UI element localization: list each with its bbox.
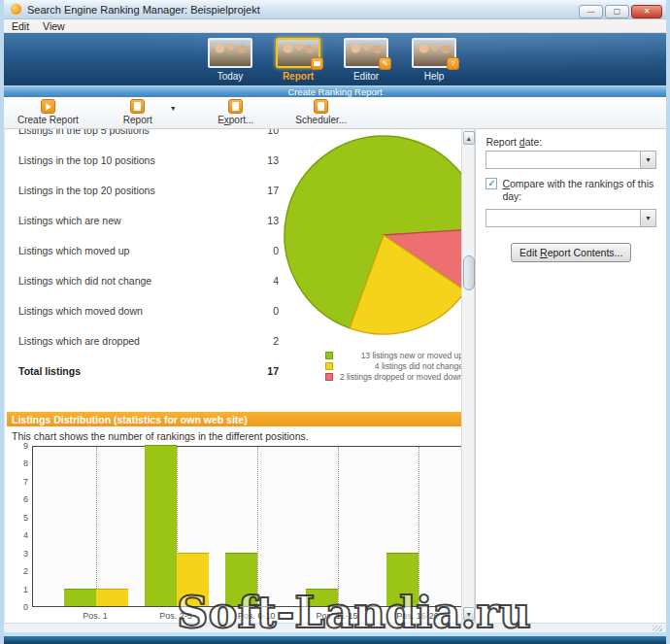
scrollbar-thumb[interactable]: [463, 255, 475, 290]
close-button[interactable]: ✕: [631, 5, 662, 18]
maximize-button[interactable]: ▢: [605, 5, 629, 18]
legend-label: 2 listings dropped or moved down: [333, 372, 461, 382]
bar-yellow-Pos-1: [96, 589, 128, 606]
summary-row: Listings which did not change4: [7, 265, 283, 295]
summary-row-value: 13: [244, 215, 283, 226]
compare-checkbox[interactable]: ✓: [486, 178, 497, 189]
summary-row-label: Listings which are new: [18, 215, 244, 226]
summary-row-label: Listings which moved down: [18, 305, 244, 317]
summary-row: Listings which are new13: [7, 205, 283, 235]
y-axis-tick: 6: [7, 494, 28, 504]
section-header: Listings Distribution (statistics for ow…: [7, 412, 461, 426]
x-axis-label: Pos. 2-5: [137, 611, 215, 621]
y-axis-tick: 8: [7, 458, 28, 468]
bar-green-Pos-2-5: [145, 445, 177, 606]
summary-row-value: 17: [244, 185, 283, 196]
bar-chart-plot: [32, 446, 461, 607]
main-area: Listings in the top 5 positions10Listing…: [4, 129, 666, 623]
scroll-down-icon[interactable]: ▼: [463, 607, 475, 621]
x-axis-label: Pos. 16-20: [379, 611, 456, 621]
y-axis-tick: 3: [7, 549, 28, 559]
toolbar-button-scheduler[interactable]: Scheduler...: [295, 99, 348, 125]
tab-label: Help: [424, 71, 445, 82]
summary-row-value: 17: [244, 365, 283, 377]
pie-chart: [281, 132, 461, 338]
tab-photo-thumbnail: ?: [412, 38, 456, 68]
summary-row-value: 4: [244, 275, 283, 287]
toolbar: Create ReportReport▼Export...Scheduler..…: [4, 97, 666, 129]
context-strip-label: Create Ranking Report: [287, 86, 382, 97]
menu-item-view[interactable]: View: [43, 20, 65, 32]
document-icon: [130, 99, 145, 114]
tab-today[interactable]: Today: [208, 38, 252, 85]
report-date-combobox[interactable]: ▼: [486, 151, 656, 169]
minimize-button[interactable]: —: [579, 5, 603, 18]
legend-row: 4 listings did not change: [325, 360, 461, 371]
tab-photo-thumbnail: ✎: [344, 38, 388, 68]
summary-row-label: Listings in the top 5 positions: [18, 129, 244, 136]
toolbar-button-create-report[interactable]: Create Report: [17, 99, 79, 125]
play-icon: [41, 99, 55, 114]
y-axis-tick: 0: [7, 602, 28, 612]
summary-row: Listings in the top 20 positions17: [7, 175, 283, 205]
pencil-badge-icon: ✎: [379, 57, 391, 70]
legend-swatch: [325, 373, 333, 381]
menu-item-edit[interactable]: Edit: [12, 20, 29, 32]
gridline: [257, 447, 258, 606]
summary-row-value: 0: [244, 305, 283, 317]
dropdown-arrow-icon[interactable]: ▼: [170, 105, 177, 112]
y-axis-tick: 9: [7, 441, 28, 451]
bar-yellow-Pos-2-5: [177, 553, 209, 606]
legend-swatch: [325, 362, 333, 370]
vertical-scrollbar[interactable]: ▲ ▼: [461, 129, 476, 623]
chevron-down-icon[interactable]: ▼: [640, 152, 655, 168]
summary-list: Listings in the top 5 positions10Listing…: [7, 129, 283, 386]
gridline: [96, 447, 97, 606]
folder-badge-icon: [311, 57, 323, 70]
question-badge-icon: ?: [447, 57, 459, 70]
compare-date-value: [486, 210, 640, 226]
tab-label: Today: [218, 71, 244, 82]
chevron-down-icon[interactable]: ▼: [640, 210, 655, 226]
tab-report[interactable]: Report: [276, 38, 320, 85]
toolbar-button-export[interactable]: Export...: [210, 99, 262, 125]
tab-photo-thumbnail: [208, 38, 252, 68]
tab-help[interactable]: ?Help: [412, 38, 456, 85]
y-axis-tick: 1: [7, 585, 28, 594]
report-date-label: Report date:: [486, 136, 656, 148]
summary-row-value: 0: [244, 245, 283, 256]
toolbar-button-report[interactable]: Report: [112, 99, 164, 125]
legend-label: 13 listings new or moved up: [333, 351, 461, 360]
summary-row-label: Listings in the top 20 positions: [18, 185, 244, 196]
bar-chart: 0123456789Pos. 1Pos. 2-5Pos. 6-10Pos. 11…: [7, 444, 461, 623]
bar-green-Pos-16-20: [386, 553, 419, 606]
options-panel: Report date: ▼ ✓ Compare with the rankin…: [475, 129, 666, 623]
bar-green-Pos-11-15: [306, 589, 338, 606]
document-icon: [228, 99, 243, 114]
compare-date-combobox[interactable]: ▼: [486, 209, 656, 227]
toolbar-button-label: Create Report: [17, 115, 79, 125]
tab-editor[interactable]: ✎Editor: [344, 38, 388, 85]
summary-row-value: 2: [244, 335, 283, 347]
nav-tabs: TodayReport✎Editor?Help: [4, 33, 666, 85]
window-title: Search Engine Ranking Manager: Beispielp…: [27, 4, 577, 16]
window-controls: —▢✕: [577, 0, 662, 18]
toolbar-button-label: Scheduler...: [295, 115, 347, 125]
pie-legend: 13 listings new or moved up4 listings di…: [325, 350, 461, 382]
legend-row: 2 listings dropped or moved down: [325, 371, 461, 382]
menu-bar: EditView: [4, 19, 666, 33]
summary-row-value: 13: [244, 154, 283, 166]
resize-grip[interactable]: [653, 626, 662, 631]
x-axis-label: Pos. 1: [56, 611, 134, 621]
app-icon: [10, 3, 22, 16]
summary-row: Total listings17: [7, 356, 283, 386]
scroll-up-icon[interactable]: ▲: [463, 131, 475, 145]
summary-row: Listings which moved down0: [7, 295, 283, 325]
section-header-title: Listings Distribution (statistics for ow…: [12, 414, 248, 425]
y-axis-tick: 4: [7, 530, 28, 540]
report-top-section: Listings in the top 5 positions10Listing…: [7, 129, 461, 406]
tab-label: Report: [283, 71, 314, 82]
toolbar-button-label: Export...: [218, 115, 253, 125]
edit-report-contents-button[interactable]: Edit Report Contents...: [511, 243, 631, 262]
x-axis-label: Pos. 6-10: [218, 611, 295, 621]
